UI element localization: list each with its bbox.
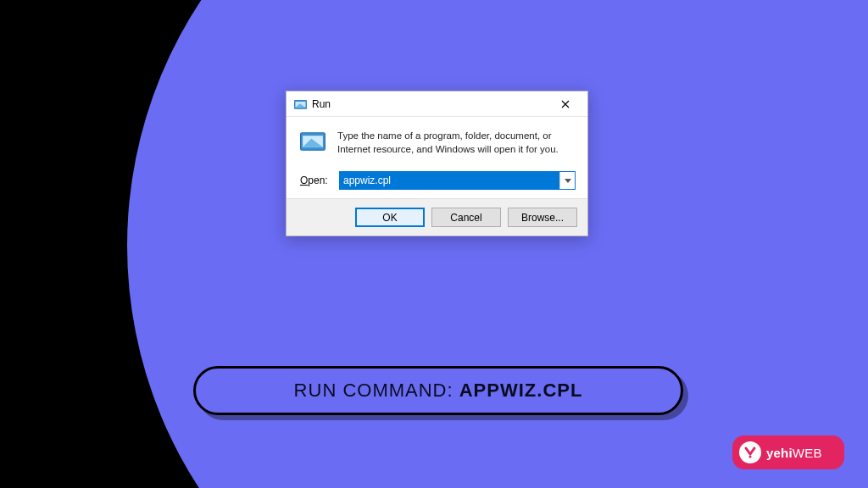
- svg-point-4: [748, 455, 751, 458]
- run-dialog: Run Type the name of a program, folder, …: [286, 91, 588, 236]
- caption-pill: RUN COMMAND: APPWIZ.CPL: [193, 366, 683, 415]
- cancel-button[interactable]: Cancel: [431, 208, 501, 227]
- chevron-down-icon: [565, 179, 571, 183]
- close-button[interactable]: [548, 92, 582, 116]
- browse-button[interactable]: Browse...: [508, 208, 577, 227]
- brand-badge: yehiWEB: [732, 435, 844, 469]
- ok-button[interactable]: OK: [355, 208, 425, 227]
- caption-command: APPWIZ.CPL: [459, 380, 583, 401]
- brand-suffix: WEB: [793, 446, 822, 460]
- caption-text: RUN COMMAND: APPWIZ.CPL: [294, 380, 583, 402]
- instruction-text: Type the name of a program, folder, docu…: [337, 129, 576, 156]
- run-body-icon: [298, 129, 327, 154]
- run-titlebar-icon: [293, 97, 307, 111]
- titlebar[interactable]: Run: [287, 92, 587, 117]
- dialog-title: Run: [312, 98, 548, 110]
- open-label: Open:: [300, 175, 331, 186]
- dialog-body: Type the name of a program, folder, docu…: [287, 117, 587, 198]
- brand-name: yehi: [766, 446, 793, 460]
- button-bar: OK Cancel Browse...: [287, 198, 587, 236]
- brand-text: yehiWEB: [766, 446, 822, 460]
- open-input[interactable]: [340, 172, 559, 189]
- open-combobox[interactable]: [339, 171, 576, 190]
- caption-prefix: RUN COMMAND:: [294, 380, 459, 401]
- brand-logo-icon: [739, 441, 761, 463]
- combo-dropdown-button[interactable]: [559, 172, 575, 189]
- close-icon: [561, 100, 570, 108]
